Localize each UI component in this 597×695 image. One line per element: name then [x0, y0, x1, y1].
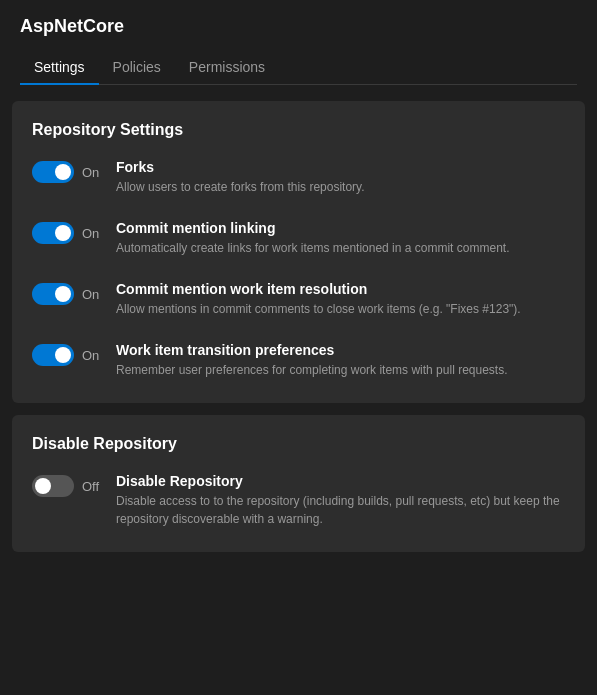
setting-desc-forks: Allow users to create forks from this re…	[116, 178, 565, 196]
setting-row-forks: OnForksAllow users to create forks from …	[32, 159, 565, 196]
toggle-forks[interactable]	[32, 161, 74, 183]
setting-name-disable-repository: Disable Repository	[116, 473, 565, 489]
toggle-commit-mention-linking[interactable]	[32, 222, 74, 244]
toggle-state-label-forks: On	[82, 165, 99, 180]
toggle-commit-mention-resolution[interactable]	[32, 283, 74, 305]
main-content: Repository SettingsOnForksAllow users to…	[0, 85, 597, 568]
setting-row-commit-mention-linking: OnCommit mention linkingAutomatically cr…	[32, 220, 565, 257]
section-title-0: Repository Settings	[32, 121, 565, 139]
tab-permissions[interactable]: Permissions	[175, 51, 279, 85]
setting-info-disable-repository: Disable RepositoryDisable access to to t…	[116, 473, 565, 528]
tab-policies[interactable]: Policies	[99, 51, 175, 85]
setting-name-work-item-transition: Work item transition preferences	[116, 342, 565, 358]
setting-desc-work-item-transition: Remember user preferences for completing…	[116, 361, 565, 379]
section-card-1: Disable RepositoryOffDisable RepositoryD…	[12, 415, 585, 552]
toggle-state-label-commit-mention-linking: On	[82, 226, 99, 241]
setting-info-work-item-transition: Work item transition preferencesRemember…	[116, 342, 565, 379]
setting-name-commit-mention-linking: Commit mention linking	[116, 220, 565, 236]
toggle-work-item-transition[interactable]	[32, 344, 74, 366]
toggle-group-forks: On	[32, 159, 104, 183]
setting-desc-disable-repository: Disable access to to the repository (inc…	[116, 492, 565, 528]
toggle-state-label-work-item-transition: On	[82, 348, 99, 363]
tab-bar: Settings Policies Permissions	[20, 51, 577, 85]
app-title: AspNetCore	[20, 16, 577, 37]
toggle-group-work-item-transition: On	[32, 342, 104, 366]
toggle-group-commit-mention-linking: On	[32, 220, 104, 244]
toggle-disable-repository[interactable]	[32, 475, 74, 497]
setting-info-commit-mention-linking: Commit mention linkingAutomatically crea…	[116, 220, 565, 257]
setting-row-work-item-transition: OnWork item transition preferencesRememb…	[32, 342, 565, 379]
toggle-state-label-disable-repository: Off	[82, 479, 99, 494]
section-card-0: Repository SettingsOnForksAllow users to…	[12, 101, 585, 403]
toggle-group-disable-repository: Off	[32, 473, 104, 497]
toggle-group-commit-mention-resolution: On	[32, 281, 104, 305]
setting-desc-commit-mention-linking: Automatically create links for work item…	[116, 239, 565, 257]
setting-row-commit-mention-resolution: OnCommit mention work item resolutionAll…	[32, 281, 565, 318]
toggle-state-label-commit-mention-resolution: On	[82, 287, 99, 302]
setting-row-disable-repository: OffDisable RepositoryDisable access to t…	[32, 473, 565, 528]
tab-settings[interactable]: Settings	[20, 51, 99, 85]
setting-info-commit-mention-resolution: Commit mention work item resolutionAllow…	[116, 281, 565, 318]
app-header: AspNetCore Settings Policies Permissions	[0, 0, 597, 85]
setting-name-forks: Forks	[116, 159, 565, 175]
setting-name-commit-mention-resolution: Commit mention work item resolution	[116, 281, 565, 297]
setting-desc-commit-mention-resolution: Allow mentions in commit comments to clo…	[116, 300, 565, 318]
section-title-1: Disable Repository	[32, 435, 565, 453]
setting-info-forks: ForksAllow users to create forks from th…	[116, 159, 565, 196]
